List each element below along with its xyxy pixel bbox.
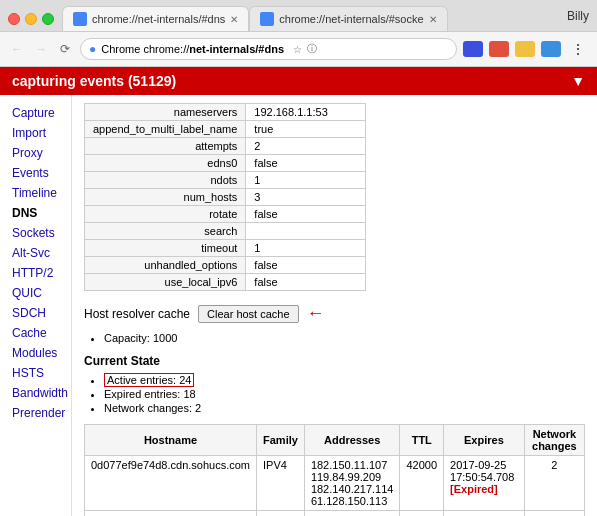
table-header-cell: Addresses [304,425,400,456]
dns-config-row: timeout1 [85,240,366,257]
host-resolver-section: Host resolver cache Clear host cache ← [84,303,585,324]
content-area: Capture Import Proxy Events Timeline DNS… [0,95,597,516]
sidebar-item-sdch[interactable]: SDCH [0,303,71,323]
main-content: nameservers192.168.1.1:53append_to_multi… [72,95,597,516]
dns-config-value: 1 [246,240,366,257]
maximize-button[interactable] [42,13,54,25]
table-header-cell: Expires [444,425,525,456]
sidebar-item-prerender[interactable]: Prerender [0,403,71,423]
dns-config-value [246,223,366,240]
clear-host-cache-button[interactable]: Clear host cache [198,305,299,323]
page: capturing events (51129) ▼ Capture Impor… [0,67,597,516]
event-bar-label: capturing events (51129) [12,73,176,89]
table-header-cell: Family [257,425,305,456]
address-text: Chrome chrome://net-internals/#dns [101,43,284,55]
current-state-heading: Current State [84,354,585,368]
extension-icons: ⋮ [463,41,589,57]
sidebar-item-bandwidth[interactable]: Bandwidth [0,383,71,403]
sidebar-item-proxy[interactable]: Proxy [0,143,71,163]
dns-config-key: unhandled_options [85,257,246,274]
dns-config-value: 1 [246,172,366,189]
dns-config-value: true [246,121,366,138]
minimize-button[interactable] [25,13,37,25]
star-icon[interactable]: ☆ [293,44,302,55]
cell-hostname: a1.mzstatic.com [85,511,257,517]
dns-config-value: 2 [246,138,366,155]
menu-icon[interactable]: ⋮ [567,41,589,57]
expired-entries-item: Expired entries: 18 [104,388,585,400]
dns-config-key: edns0 [85,155,246,172]
sidebar-item-http2[interactable]: HTTP/2 [0,263,71,283]
dns-config-key: nameservers [85,104,246,121]
tab-close-icon[interactable]: ✕ [230,14,238,25]
extension-icon-4[interactable] [541,41,561,57]
dns-config-row: append_to_multi_label_nametrue [85,121,366,138]
arrow-icon: ← [307,303,325,324]
sidebar-item-capture[interactable]: Capture [0,103,71,123]
extension-icon-3[interactable] [515,41,535,57]
dns-config-row: num_hosts3 [85,189,366,206]
title-bar: chrome://net-internals/#dns ✕ chrome://n… [0,0,597,31]
back-button[interactable]: ← [8,40,26,58]
dns-config-value: false [246,155,366,172]
cell-addresses: 182.140.236.27 182.140.130.25 61.188.191… [304,511,400,517]
dns-config-row: search [85,223,366,240]
dns-data-table: HostnameFamilyAddressesTTLExpiresNetwork… [84,424,585,516]
cell-addresses: 182.150.11.107 119.84.99.209 182.140.217… [304,456,400,511]
dns-config-value: false [246,274,366,291]
sidebar-item-quic[interactable]: QUIC [0,283,71,303]
tab-favicon [73,12,87,26]
dns-config-row: use_local_ipv6false [85,274,366,291]
sidebar-item-hsts[interactable]: HSTS [0,363,71,383]
expired-label: [Expired] [450,483,498,495]
cell-network-changes: 2 [524,456,584,511]
sidebar-item-events[interactable]: Events [0,163,71,183]
secure-icon: ● [89,42,96,56]
dns-config-value: false [246,257,366,274]
tab-sockets[interactable]: chrome://net-internals/#socke ✕ [249,6,447,31]
sidebar-item-import[interactable]: Import [0,123,71,143]
sidebar-item-timeline[interactable]: Timeline [0,183,71,203]
cell-expires: 2017-09-25 17:50:54.708[Expired] [444,456,525,511]
cell-ttl: 38000 [400,511,444,517]
close-button[interactable] [8,13,20,25]
tab-close-icon-2[interactable]: ✕ [429,14,437,25]
dns-config-row: ndots1 [85,172,366,189]
table-header-cell: Network changes [524,425,584,456]
info-icon[interactable]: ⓘ [307,42,317,56]
state-list: Active entries: 24 Expired entries: 18 N… [84,374,585,414]
tab-sockets-label: chrome://net-internals/#socke [279,13,423,25]
sidebar-item-cache[interactable]: Cache [0,323,71,343]
address-bar[interactable]: ● Chrome chrome://net-internals/#dns ☆ ⓘ [80,38,457,60]
table-header-cell: Hostname [85,425,257,456]
event-bar-arrow: ▼ [571,73,585,89]
network-changes-item: Network changes: 2 [104,402,585,414]
browser-chrome: chrome://net-internals/#dns ✕ chrome://n… [0,0,597,67]
dns-config-row: rotatefalse [85,206,366,223]
table-row: 0d077ef9e74d8.cdn.sohucs.com IPV4 182.15… [85,456,585,511]
tab-favicon-2 [260,12,274,26]
extension-icon-1[interactable] [463,41,483,57]
capacity-list: Capacity: 1000 [84,332,585,344]
nav-bar: ← → ⟳ ● Chrome chrome://net-internals/#d… [0,31,597,66]
dns-config-key: search [85,223,246,240]
forward-button[interactable]: → [32,40,50,58]
dns-config-row: attempts2 [85,138,366,155]
dns-config-value: 192.168.1.1:53 [246,104,366,121]
cell-hostname: 0d077ef9e74d8.cdn.sohucs.com [85,456,257,511]
dns-config-row: edns0false [85,155,366,172]
active-entries-badge: Active entries: 24 [104,373,194,387]
sidebar-item-modules[interactable]: Modules [0,343,71,363]
sidebar-item-dns[interactable]: DNS [0,203,71,223]
tab-dns[interactable]: chrome://net-internals/#dns ✕ [62,6,249,31]
sidebar-item-sockets[interactable]: Sockets [0,223,71,243]
dns-config-key: append_to_multi_label_name [85,121,246,138]
dns-config-key: attempts [85,138,246,155]
extension-icon-2[interactable] [489,41,509,57]
dns-config-value: 3 [246,189,366,206]
dns-config-row: nameservers192.168.1.1:53 [85,104,366,121]
reload-button[interactable]: ⟳ [56,40,74,58]
cell-family: IPV4 [257,456,305,511]
sidebar-item-alt-svc[interactable]: Alt-Svc [0,243,71,263]
event-bar: capturing events (51129) ▼ [0,67,597,95]
